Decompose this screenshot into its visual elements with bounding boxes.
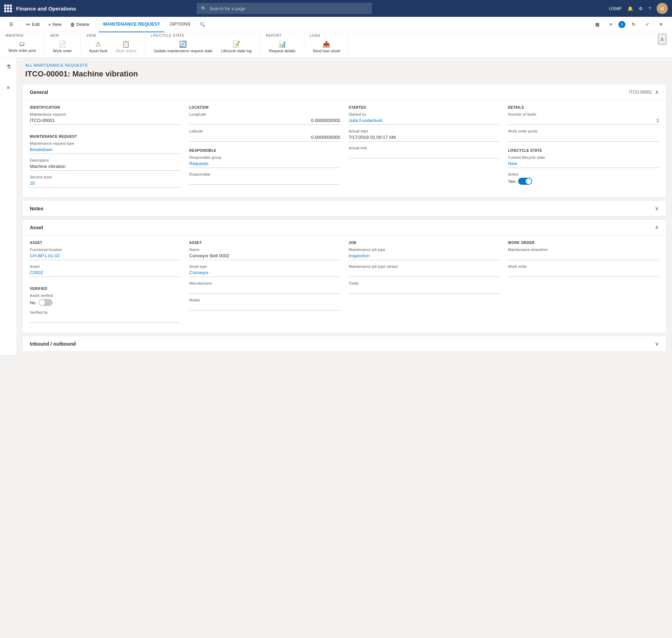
ribbon-collapse-button[interactable]: ∧ [658, 34, 666, 45]
verified-by-label: Verified by [30, 310, 181, 314]
lifecycle-log-icon: 📝 [232, 40, 240, 48]
badge-count[interactable]: 0 [618, 21, 625, 28]
help-icon[interactable]: ? [649, 6, 651, 11]
settings-icon[interactable]: ⚙ [639, 6, 643, 11]
work-order-ref-field: Work order [508, 264, 659, 277]
hamburger-icon[interactable]: ☰ [6, 20, 17, 29]
functional-location-value[interactable]: CH-BP1-01-02 [30, 252, 181, 260]
search-ribbon-icon[interactable]: 🔍 [196, 20, 209, 29]
service-level-value[interactable]: 20 [30, 180, 181, 188]
page-header: ALL MAINTENANCE REQUESTS ITCO-00001: Mac… [17, 57, 672, 81]
actual-end-label: Actual end [349, 146, 500, 150]
refresh-icon[interactable]: ↻ [628, 20, 639, 29]
asset-type-field: Asset type Conveyor [189, 264, 340, 277]
notes-collapse-button[interactable]: ∨ [655, 205, 659, 212]
ribbon-lifecycle-log[interactable]: 📝 Lifecycle state log [218, 39, 254, 54]
new-icon: + [48, 22, 51, 27]
ribbon-view-label: VIEW [86, 34, 139, 38]
action-bar: ☰ ✏ Edit + New 🗑 Delete MAINTENANCE REQU… [0, 17, 672, 32]
started-by-value[interactable]: Julia Funderburk [349, 117, 500, 125]
maintenance-request-label: Maintenance request [30, 112, 181, 116]
list-view-icon[interactable]: ≡ [606, 20, 616, 29]
general-section-title: General [30, 89, 48, 95]
ribbon-work-order-pool[interactable]: 🗂 Work order pool [6, 39, 39, 54]
new-button[interactable]: + New [45, 20, 65, 29]
tab-maintenance-request[interactable]: MAINTENANCE REQUEST [99, 17, 164, 32]
user-avatar[interactable]: U [657, 3, 668, 14]
inbound-collapse-button[interactable]: ∨ [655, 340, 659, 347]
sidebar-filter-icon[interactable]: ⚗ [2, 60, 15, 73]
maint-type-value[interactable]: Breakdown [30, 146, 181, 154]
ribbon-loan-group: LOAN 📤 Send loan asset [310, 34, 349, 54]
maint-downtime-field: Maintenance downtime [508, 247, 659, 260]
ribbon-request-details[interactable]: 📊 Request details [266, 39, 298, 54]
search-input[interactable] [209, 6, 368, 11]
work-order-icon: 📄 [59, 40, 66, 48]
general-collapse-button[interactable]: ∧ [655, 89, 659, 95]
asset-verified-toggle-container: No [30, 299, 181, 306]
maint-job-type-field: Maintenance job type Inspection [349, 247, 500, 260]
breadcrumb[interactable]: ALL MAINTENANCE REQUESTS [25, 63, 664, 67]
asset-col3: JOB Maintenance job type Inspection Main… [349, 241, 500, 327]
manufacturer-field: Manufacturer [189, 281, 340, 294]
spacer2 [189, 146, 340, 149]
work-order-pools-value [508, 134, 659, 142]
ribbon-send-loan[interactable]: 📤 Send loan asset [310, 39, 343, 54]
trade-value [349, 286, 500, 294]
asset-form-row: ASSET Functional location CH-BP1-01-02 A… [30, 241, 659, 327]
responsible-group-value[interactable]: Requests [189, 160, 340, 168]
functional-location-label: Functional location [30, 247, 181, 252]
model-field: Model [189, 298, 340, 311]
env-label: USMF [609, 6, 622, 11]
service-level-field: Service level 20 [30, 175, 181, 188]
general-card-body: IDENTIFICATION Maintenance request ITCO-… [23, 100, 666, 197]
close-icon[interactable]: ✕ [656, 20, 666, 29]
ribbon-report-label: REPORT [266, 34, 298, 38]
divider [20, 20, 20, 29]
ribbon-asset-fault[interactable]: ⚠ Asset fault [86, 39, 110, 54]
spacer4 [30, 281, 181, 287]
notifications-icon[interactable]: 🔔 [627, 6, 633, 11]
asset-col1: ASSET Functional location CH-BP1-01-02 A… [30, 241, 181, 327]
general-col4: DETAILS Number of faults 1 Work order po… [508, 106, 659, 192]
delete-button[interactable]: 🗑 Delete [67, 20, 93, 29]
actual-end-value [349, 151, 500, 158]
notes-section-title: Notes [30, 206, 43, 211]
divider2 [96, 20, 96, 29]
edit-button[interactable]: ✏ Edit [23, 20, 43, 29]
verified-by-field: Verified by [30, 310, 181, 323]
description-value: Machine vibration [30, 163, 181, 171]
search-bar[interactable]: 🔍 [197, 3, 372, 14]
started-label: STARTED [349, 106, 500, 109]
asset-card-header: Asset ∧ [23, 220, 666, 235]
asset-verified-toggle[interactable] [39, 299, 53, 306]
grid-view-icon[interactable]: ▦ [592, 20, 603, 29]
maint-job-type-value[interactable]: Inspection [349, 252, 500, 260]
maint-type-field: Maintenance request type Breakdown [30, 141, 181, 154]
sidebar-list-icon[interactable]: ≡ [2, 81, 15, 94]
current-lifecycle-value[interactable]: New [508, 160, 659, 168]
app-grid-icon[interactable] [4, 5, 12, 12]
maint-job-variant-value [349, 269, 500, 277]
ribbon-work-order[interactable]: 📄 Work order [50, 39, 75, 54]
edit-icon: ✏ [26, 22, 30, 27]
spacer3 [508, 146, 659, 149]
asset-fault-icon: ⚠ [95, 40, 101, 48]
maint-job-variant-field: Maintenance job type variant [349, 264, 500, 277]
active-field: Active Yes [508, 172, 659, 185]
asset-type-value[interactable]: Conveyor [189, 269, 340, 277]
asset-name-field: Name Conveyor Belt 0002 [189, 247, 340, 260]
asset-verified-value-label: No [30, 300, 36, 305]
service-level-label: Service level [30, 175, 181, 179]
general-form-row: IDENTIFICATION Maintenance request ITCO-… [30, 106, 659, 192]
work-order-pools-field: Work order pools [508, 129, 659, 142]
asset-name-value: Conveyor Belt 0002 [189, 252, 340, 260]
longitude-label: Longitude [189, 112, 340, 116]
open-in-new-icon[interactable]: ⤢ [642, 20, 653, 29]
active-toggle[interactable] [518, 178, 532, 185]
ribbon-update-state[interactable]: 🔄 Update maintenance request state [151, 39, 215, 54]
asset-collapse-button[interactable]: ∧ [655, 224, 659, 231]
ribbon-work-orders[interactable]: 📋 Work orders [113, 39, 140, 54]
tab-options[interactable]: OPTIONS [166, 17, 195, 32]
asset-id-value[interactable]: C0002 [30, 269, 181, 277]
